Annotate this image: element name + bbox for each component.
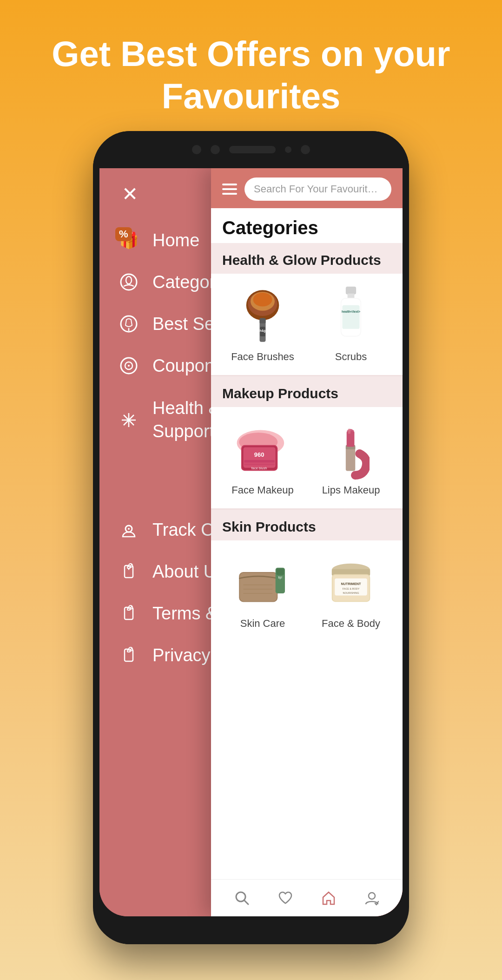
phone-top-bar [93,131,409,168]
svg-rect-33 [342,305,359,329]
badge-percent: % [115,227,132,241]
home-nav-icon[interactable] [315,884,343,912]
hero-title: Get Best Offers on your Favourites [37,33,465,117]
svg-rect-44 [244,460,275,463]
terms-icon [118,603,139,624]
categories-header: Search For Your Favourite He... [211,168,403,208]
list-item[interactable]: 960 face blush Face Makeup [218,414,307,501]
camera-center [211,145,220,154]
svg-text:FACE & BODY: FACE & BODY [343,587,360,590]
svg-text:NOURISHING: NOURISHING [343,592,359,594]
face-body-label: Face & Body [322,618,380,630]
bottom-navigation-bar [211,879,403,916]
lips-makeup-label: Lips Makeup [322,484,380,496]
face-makeup-img: 960 face blush [235,419,291,480]
about-us-icon [118,561,139,582]
section-title-makeup: Makeup Products [222,386,391,401]
phone-bottom [99,916,403,944]
scrubs-img: health</text> &glow SCRUB [323,286,379,346]
search-bar[interactable]: Search For Your Favourite He... [244,178,391,201]
svg-rect-50 [348,429,351,434]
hamburger-icon[interactable] [222,184,237,195]
phone-screen: ✕ % 🎁 Home [99,168,403,916]
section-title-skin: Skin Products [222,519,391,535]
search-placeholder-text: Search For Your Favourite He... [254,183,391,195]
list-item[interactable]: Lips Makeup [307,414,395,501]
speaker [229,146,276,153]
svg-text:tip!: tip! [278,576,283,579]
track-order-icon [118,519,139,540]
camera-left [192,145,201,154]
camera-right [285,146,291,153]
svg-point-66 [369,893,375,899]
face-body-img: NUTRIMENT FACE & BODY NOURISHING [323,552,379,613]
svg-line-65 [244,900,248,904]
face-makeup-label: Face Makeup [231,484,293,496]
scrubs-label: Scrubs [335,351,367,363]
health-glow-grid: h&g Face Brushes [211,274,403,375]
svg-text:960: 960 [254,451,264,458]
categories-panel: Search For Your Favourite He... Categori… [211,168,403,916]
svg-rect-26 [260,318,266,323]
section-header-makeup: Makeup Products [211,376,403,407]
home-icon: % 🎁 [118,230,139,251]
svg-point-5 [128,365,130,367]
section-header-health-glow: Health & Glow Products [211,243,403,274]
svg-text:h&g: h&g [260,329,266,333]
phone-outer-shell: ✕ % 🎁 Home [93,131,409,944]
svg-rect-45 [244,464,275,466]
list-item[interactable]: h&g Face Brushes [218,281,307,368]
health-glow-icon [118,409,139,431]
svg-point-24 [253,293,272,307]
lips-makeup-img [323,419,379,480]
svg-rect-54 [277,569,284,575]
svg-text:face blush: face blush [251,467,267,471]
skin-grid: tip! Skin Care [211,540,403,642]
list-item[interactable]: tip! Skin Care [218,548,307,634]
svg-text:NUTRIMENT: NUTRIMENT [341,582,361,586]
skin-care-img: tip! [235,552,291,613]
list-item[interactable]: health</text> &glow SCRUB Scrubs [307,281,395,368]
hamburger-line-3 [222,193,237,195]
face-brushes-label: Face Brushes [231,351,294,363]
hamburger-line-1 [222,184,237,185]
list-item[interactable]: NUTRIMENT FACE & BODY NOURISHING Face & … [307,548,395,634]
section-title-health-glow: Health & Glow Products [222,252,391,268]
makeup-grid: 960 face blush Face Makeup [211,407,403,508]
categories-title-block: Categories [211,208,403,243]
section-header-skin: Skin Products [211,510,403,540]
phone-mockup: ✕ % 🎁 Home [93,131,409,944]
skin-care-label: Skin Care [240,618,285,630]
svg-rect-49 [347,431,355,447]
svg-text:health</text>
                : health</text> &glow SCRUB [342,310,360,313]
face-brushes-img: h&g [235,286,291,346]
search-nav-icon[interactable] [228,884,256,912]
best-sellers-icon [118,313,139,335]
svg-rect-29 [346,287,356,295]
hamburger-line-2 [222,188,237,190]
privacy-icon [118,645,139,666]
svg-point-1 [126,276,132,284]
coupons-icon [118,355,139,376]
categories-body: Categories Health & Glow Products [211,208,403,882]
menu-close-button[interactable]: ✕ [118,182,141,205]
camera-farright [301,145,310,154]
hero-title-container: Get Best Offers on your Favourites [0,0,502,136]
close-icon: ✕ [122,183,138,205]
categories-icon [118,271,139,293]
sidebar-item-label-home: Home [152,230,199,250]
profile-nav-icon[interactable] [358,884,386,912]
heart-nav-icon[interactable] [271,884,299,912]
svg-point-11 [128,528,130,530]
categories-main-title: Categories [222,217,391,238]
